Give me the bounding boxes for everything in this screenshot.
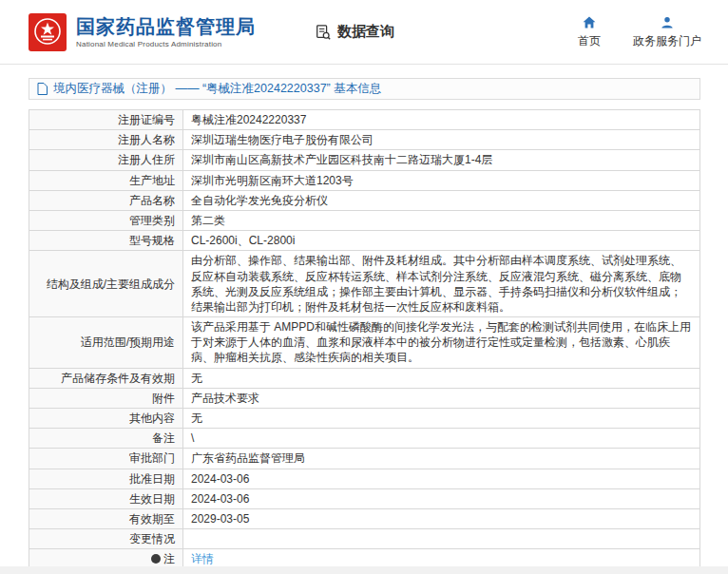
org-title-en: National Medical Products Administration bbox=[76, 40, 256, 48]
nmpa-emblem-logo bbox=[29, 13, 67, 51]
field-value: 粤械注准20242220337 bbox=[183, 110, 700, 130]
person-icon bbox=[660, 15, 675, 30]
header-nav: 首页 政务服务门户 bbox=[578, 15, 701, 49]
field-label: 型号规格 bbox=[29, 231, 183, 251]
field-value: 无 bbox=[183, 409, 700, 429]
field-label: 批准日期 bbox=[29, 469, 183, 488]
table-row: 产品名称全自动化学发光免疫分析仪 bbox=[29, 190, 700, 210]
field-value: 2029-03-05 bbox=[183, 508, 700, 528]
field-value: 深圳市光明新区南环大道1203号 bbox=[183, 170, 700, 190]
field-label: 备注 bbox=[29, 429, 183, 449]
org-title-cn: 国家药品监督管理局 bbox=[76, 16, 256, 37]
table-row: 变更情况 bbox=[29, 529, 700, 549]
field-label: 生效日期 bbox=[29, 488, 183, 508]
nav-home-label: 首页 bbox=[578, 33, 601, 49]
registration-info-table: 注册证编号粤械注准20242220337注册人名称深圳迈瑞生物医疗电子股份有限公… bbox=[29, 109, 700, 570]
field-label: 审批部门 bbox=[29, 449, 183, 469]
field-value: 无 bbox=[183, 368, 700, 388]
field-value: 由分析部、操作部、结果输出部、附件及耗材组成。其中分析部由样本调度系统、试剂处理… bbox=[183, 251, 700, 317]
table-row: 生产地址深圳市光明新区南环大道1203号 bbox=[29, 170, 700, 190]
field-value: 第二类 bbox=[183, 210, 700, 230]
document-icon bbox=[37, 83, 48, 95]
field-value bbox=[183, 529, 700, 549]
data-query-label: 数据查询 bbox=[337, 23, 394, 41]
info-table-body: 注册证编号粤械注准20242220337注册人名称深圳迈瑞生物医疗电子股份有限公… bbox=[29, 110, 700, 570]
detail-link[interactable]: 详情 bbox=[191, 552, 214, 565]
breadcrumb-text: 境内医疗器械（注册） —— “粤械注准20242220337” 基本信息 bbox=[53, 81, 381, 97]
field-label: 注册人名称 bbox=[29, 130, 183, 150]
table-row: 注册人住所深圳市南山区高新技术产业园区科技南十二路迈瑞大厦1-4层 bbox=[29, 150, 700, 170]
breadcrumb: 境内医疗器械（注册） —— “粤械注准20242220337” 基本信息 bbox=[29, 78, 700, 100]
table-row: 审批部门广东省药品监督管理局 bbox=[29, 449, 700, 469]
field-label: 适用范围/预期用途 bbox=[29, 317, 183, 369]
field-label: 附件 bbox=[29, 388, 183, 408]
field-value: CL-2600i、CL-2800i bbox=[183, 231, 700, 251]
table-row: 附件产品技术要求 bbox=[29, 388, 700, 408]
field-value: \ bbox=[183, 429, 700, 449]
home-icon bbox=[582, 15, 597, 30]
table-row: 注册证编号粤械注准20242220337 bbox=[29, 110, 700, 130]
field-label: 注册人住所 bbox=[29, 150, 183, 170]
field-label: 产品储存条件及有效期 bbox=[29, 368, 183, 388]
table-row: 有效期至2029-03-05 bbox=[29, 508, 700, 528]
main-content: 境内医疗器械（注册） —— “粤械注准20242220337” 基本信息 注册证… bbox=[0, 65, 728, 570]
table-row: 产品储存条件及有效期无 bbox=[29, 368, 700, 388]
table-row: 批准日期2024-03-06 bbox=[29, 469, 700, 488]
field-value: 2024-03-06 bbox=[183, 469, 700, 488]
field-value: 产品技术要求 bbox=[183, 388, 700, 408]
table-row: 备注\ bbox=[29, 429, 700, 449]
table-row: 结构及组成/主要组成成分由分析部、操作部、结果输出部、附件及耗材组成。其中分析部… bbox=[29, 251, 700, 317]
document-search-icon bbox=[315, 24, 332, 41]
page-header: 国家药品监督管理局 National Medical Products Admi… bbox=[0, 0, 728, 65]
field-label: 注册证编号 bbox=[29, 110, 183, 130]
field-value: 全自动化学发光免疫分析仪 bbox=[183, 190, 700, 210]
org-title-block: 国家药品监督管理局 National Medical Products Admi… bbox=[76, 16, 256, 48]
footer-strip bbox=[0, 566, 728, 574]
nav-item-portal[interactable]: 政务服务门户 bbox=[633, 15, 701, 49]
field-value: 该产品采用基于 AMPPD和碱性磷酸酶的间接化学发光法，与配套的检测试剂共同使用… bbox=[183, 317, 700, 369]
table-row: 型号规格CL-2600i、CL-2800i bbox=[29, 231, 700, 251]
nav-item-home[interactable]: 首页 bbox=[578, 15, 601, 49]
field-label: 其他内容 bbox=[29, 409, 183, 429]
nav-portal-label: 政务服务门户 bbox=[633, 33, 701, 49]
field-value: 深圳迈瑞生物医疗电子股份有限公司 bbox=[183, 130, 700, 150]
field-label: 有效期至 bbox=[29, 508, 183, 528]
field-label: 管理类别 bbox=[29, 210, 183, 230]
field-value: 深圳市南山区高新技术产业园区科技南十二路迈瑞大厦1-4层 bbox=[183, 150, 700, 170]
field-label: 产品名称 bbox=[29, 190, 183, 210]
field-label: 变更情况 bbox=[29, 529, 183, 549]
data-query-nav[interactable]: 数据查询 bbox=[315, 23, 394, 41]
field-value: 2024-03-06 bbox=[183, 488, 700, 508]
field-label: 生产地址 bbox=[29, 170, 183, 190]
table-row: 适用范围/预期用途该产品采用基于 AMPPD和碱性磷酸酶的间接化学发光法，与配套… bbox=[29, 317, 700, 369]
note-dot-icon bbox=[151, 554, 161, 564]
table-row: 管理类别第二类 bbox=[29, 210, 700, 230]
table-row: 其他内容无 bbox=[29, 409, 700, 429]
table-row: 生效日期2024-03-06 bbox=[29, 488, 700, 508]
field-value: 广东省药品监督管理局 bbox=[183, 449, 700, 469]
field-label: 结构及组成/主要组成成分 bbox=[29, 251, 183, 317]
table-row: 注册人名称深圳迈瑞生物医疗电子股份有限公司 bbox=[29, 130, 700, 150]
